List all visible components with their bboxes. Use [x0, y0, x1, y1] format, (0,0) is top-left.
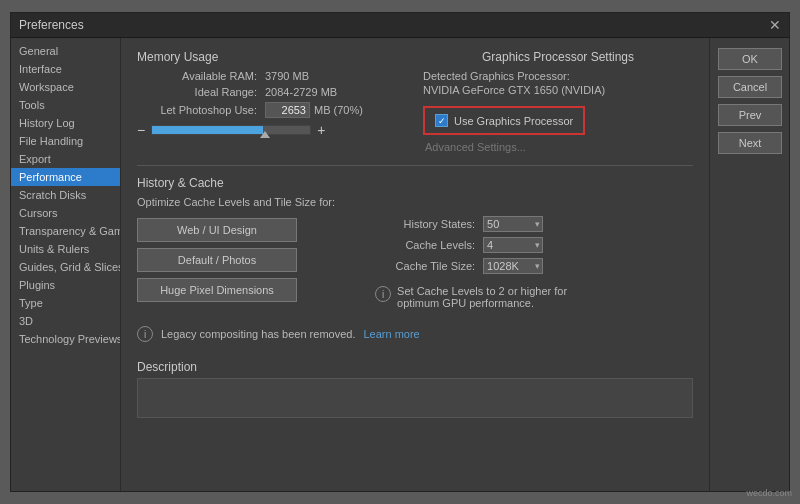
memory-slider-track[interactable] [151, 125, 311, 135]
use-gpu-row: ✓ Use Graphics Processor [435, 114, 573, 127]
bottom-info: i Legacy compositing has been removed. L… [137, 325, 693, 342]
huge-pixel-button[interactable]: Huge Pixel Dimensions [137, 278, 297, 302]
cache-levels-row: Cache Levels: 4 2 6 [375, 237, 595, 253]
description-box [137, 378, 693, 418]
prev-button[interactable]: Prev [718, 104, 782, 126]
legacy-text: Legacy compositing has been removed. [161, 328, 355, 340]
sidebar-item-workspace[interactable]: Workspace [11, 78, 120, 96]
next-button[interactable]: Next [718, 132, 782, 154]
sidebar-item-units-rulers[interactable]: Units & Rulers [11, 240, 120, 258]
web-ui-design-button[interactable]: Web / UI Design [137, 218, 297, 242]
memory-section-title: Memory Usage [137, 50, 407, 64]
hc-left: Optimize Cache Levels and Tile Size for:… [137, 196, 335, 309]
cancel-button[interactable]: Cancel [718, 76, 782, 98]
history-states-row: History States: 50 100 200 [375, 216, 595, 232]
advanced-settings-link[interactable]: Advanced Settings... [423, 141, 693, 153]
sidebar-item-type[interactable]: Type [11, 294, 120, 312]
cache-levels-select[interactable]: 4 2 6 [483, 237, 543, 253]
memory-slider-container: − + [137, 122, 407, 138]
hc-info: i Set Cache Levels to 2 or higher for op… [375, 285, 595, 309]
gpu-section: Graphics Processor Settings Detected Gra… [423, 50, 693, 153]
detected-label: Detected Graphics Processor: [423, 70, 693, 82]
sidebar-item-general[interactable]: General [11, 42, 120, 60]
memory-slider-fill [152, 126, 263, 134]
hc-info-text: Set Cache Levels to 2 or higher for opti… [397, 285, 595, 309]
sidebar-item-scratch-disks[interactable]: Scratch Disks [11, 186, 120, 204]
available-ram-value: 3790 MB [265, 70, 309, 82]
memory-slider-thumb [260, 131, 270, 138]
cache-tile-label: Cache Tile Size: [375, 260, 475, 272]
gpu-section-title: Graphics Processor Settings [423, 50, 693, 64]
sidebar-item-technology-previews[interactable]: Technology Previews [11, 330, 120, 348]
info-icon: i [375, 286, 391, 302]
sidebar-item-performance[interactable]: Performance [11, 168, 120, 186]
cache-tile-select[interactable]: 1028K 512K 2048K [483, 258, 543, 274]
minus-icon[interactable]: − [137, 122, 145, 138]
detected-value: NVIDIA GeForce GTX 1650 (NVIDIA) [423, 84, 693, 96]
title-bar: Preferences ✕ [11, 13, 789, 38]
sidebar-item-cursors[interactable]: Cursors [11, 204, 120, 222]
cache-levels-label: Cache Levels: [375, 239, 475, 251]
optimize-label: Optimize Cache Levels and Tile Size for: [137, 196, 335, 208]
learn-more-link[interactable]: Learn more [363, 328, 419, 340]
sidebar-item-plugins[interactable]: Plugins [11, 276, 120, 294]
history-cache-section: History & Cache Optimize Cache Levels an… [137, 165, 693, 309]
sidebar: General Interface Workspace Tools Histor… [11, 38, 121, 491]
description-section: Description [137, 360, 693, 418]
let-photoshop-label: Let Photoshop Use: [137, 104, 257, 116]
ok-button[interactable]: OK [718, 48, 782, 70]
dialog-title: Preferences [19, 18, 84, 32]
history-states-label: History States: [375, 218, 475, 230]
ideal-range-value: 2084-2729 MB [265, 86, 337, 98]
main-content: Memory Usage Available RAM: 3790 MB Idea… [121, 38, 709, 491]
hc-header: History & Cache [137, 176, 693, 190]
mb-label: MB (70%) [314, 104, 363, 116]
preferences-dialog: Preferences ✕ General Interface Workspac… [10, 12, 790, 492]
checkbox-check-icon: ✓ [438, 116, 446, 126]
description-label: Description [137, 360, 693, 374]
sidebar-item-tools[interactable]: Tools [11, 96, 120, 114]
right-buttons: OK Cancel Prev Next [709, 38, 789, 491]
sidebar-item-history-log[interactable]: History Log [11, 114, 120, 132]
let-photoshop-input[interactable] [265, 102, 310, 118]
cache-tile-row: Cache Tile Size: 1028K 512K 2048K [375, 258, 595, 274]
default-photos-button[interactable]: Default / Photos [137, 248, 297, 272]
sidebar-item-3d[interactable]: 3D [11, 312, 120, 330]
sidebar-item-interface[interactable]: Interface [11, 60, 120, 78]
hc-right: History States: 50 100 200 [375, 196, 595, 309]
available-ram-label: Available RAM: [137, 70, 257, 82]
sidebar-item-guides-grid-slices[interactable]: Guides, Grid & Slices [11, 258, 120, 276]
plus-icon[interactable]: + [317, 122, 325, 138]
bottom-info-icon: i [137, 326, 153, 342]
watermark: wecdo.com [746, 488, 792, 498]
use-gpu-label[interactable]: Use Graphics Processor [454, 115, 573, 127]
use-gpu-checkbox[interactable]: ✓ [435, 114, 448, 127]
history-states-select[interactable]: 50 100 200 [483, 216, 543, 232]
ideal-range-label: Ideal Range: [137, 86, 257, 98]
use-gpu-container: ✓ Use Graphics Processor [423, 106, 585, 135]
sidebar-item-transparency-gamut[interactable]: Transparency & Gamut [11, 222, 120, 240]
sidebar-item-file-handling[interactable]: File Handling [11, 132, 120, 150]
sidebar-item-export[interactable]: Export [11, 150, 120, 168]
memory-section: Memory Usage Available RAM: 3790 MB Idea… [137, 50, 407, 153]
close-button[interactable]: ✕ [769, 17, 781, 33]
